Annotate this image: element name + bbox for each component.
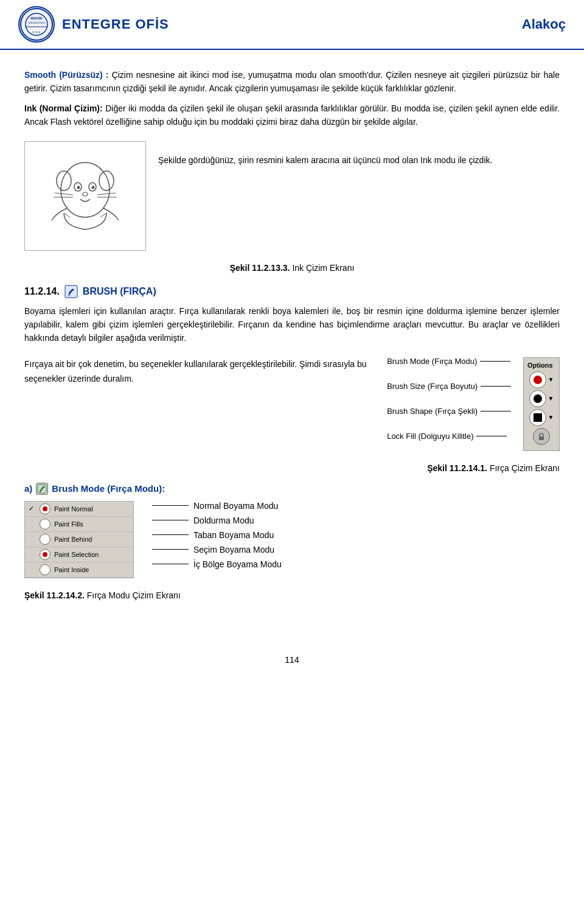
inside-line <box>152 564 189 564</box>
figure-area-1: Şekilde gördüğünüz, şirin resmini kalem … <box>24 141 560 251</box>
brush-shape-label-item: Brush Shape (Fırça Şekli) <box>387 407 511 415</box>
main-content: Smooth (Pürüzsüz) : Çizim nesnesine ait … <box>0 62 584 637</box>
header-left: MERSİN ÜNİVERSİTESİ ★ ★ ★ ENTEGRE OFİS <box>18 6 169 43</box>
brush-mode-label: Brush Mode (Fırça Modu) <box>387 357 477 365</box>
option-row-size[interactable]: ▼ <box>527 390 555 407</box>
section-number: 11.2.14. <box>24 286 60 297</box>
section-heading: 11.2.14. BRUSH (FIRÇA) <box>24 285 560 298</box>
fills-mode-text: Doldurma Modu <box>193 516 254 525</box>
brush-size-dropdown[interactable]: ▼ <box>548 395 554 402</box>
svg-rect-22 <box>539 436 544 440</box>
paint-label-fills: Doldurma Modu <box>152 516 282 525</box>
brush-size-label: Brush Size (Fırça Boyutu) <box>387 382 478 390</box>
paint-fills-circle <box>40 519 50 530</box>
sketch-caption: Şekilde gördüğünüz, şirin resmini kalem … <box>158 141 560 167</box>
behind-mode-text: Taban Boyama Modu <box>193 530 274 540</box>
brush-labels: Brush Mode (Fırça Modu) Brush Size (Fırç… <box>387 357 511 451</box>
svg-point-12 <box>92 186 95 189</box>
fig-label-1-text: Ink Çizim Ekranı <box>292 263 354 273</box>
svg-line-14 <box>55 193 73 195</box>
selection-mode-text: Seçim Boyama Modu <box>193 545 274 555</box>
option-btn-shape[interactable]: ▼ <box>529 409 554 426</box>
paint-behind-label: Paint Behind <box>54 536 92 543</box>
page-number: 114 <box>0 655 584 665</box>
brush-mode-dropdown[interactable]: ▼ <box>548 376 554 383</box>
paint-inside-row[interactable]: Paint Inside <box>25 562 133 578</box>
header-title: ENTEGRE OFİS <box>62 16 169 32</box>
svg-point-7 <box>57 171 71 191</box>
option-row-shape[interactable]: ▼ <box>527 409 555 426</box>
svg-point-11 <box>77 186 80 189</box>
smooth-paragraph: Smooth (Pürüzsüz) : Çizim nesnesine ait … <box>24 68 560 96</box>
fig-label-3: Şekil 11.2.14.2. Fırça Modu Çizim Ekranı <box>24 590 560 600</box>
fig-label-1-prefix: Şekil 11.2.13.3. <box>230 263 290 273</box>
paint-fills-row[interactable]: Paint Fills <box>25 517 133 532</box>
lock-fill-label-item: Lock Fill (Dolguyu Kilitle) <box>387 432 511 440</box>
ink-paragraph: Ink (Normal Çizim): Diğer iki modda da ç… <box>24 102 560 129</box>
brush-size-circle[interactable] <box>529 390 546 407</box>
brush-mode-heading-area: a) Brush Mode (Fırça Modu): <box>24 483 560 495</box>
brush-shape-dropdown[interactable]: ▼ <box>548 414 554 421</box>
brush-size-label-item: Brush Size (Fırça Boyutu) <box>387 382 511 390</box>
paint-inside-circle <box>40 564 50 575</box>
fig-label-1: Şekil 11.2.13.3. Ink Çizim Ekranı <box>24 263 560 273</box>
option-row-lock[interactable] <box>527 428 555 445</box>
svg-line-16 <box>97 193 116 195</box>
svg-point-13 <box>83 192 88 196</box>
paint-label-inside: İç Bölge Boyama Modu <box>152 559 282 569</box>
brush-mode-heading: Brush Mode (Fırça Modu): <box>52 483 165 494</box>
paint-label-normal: Normal Boyama Modu <box>152 501 282 511</box>
option-row-mode[interactable]: ▼ <box>527 371 555 388</box>
svg-point-21 <box>68 294 70 296</box>
paint-mode-panel: ✓ Paint Normal Paint Fills Paint Behind … <box>24 501 134 578</box>
brush-tool-icon <box>64 285 78 298</box>
paint-inside-label: Paint Inside <box>54 566 89 573</box>
svg-text:ÜNİVERSİTESİ: ÜNİVERSİTESİ <box>28 21 45 24</box>
paint-selection-row[interactable]: Paint Selection <box>25 547 133 562</box>
brush-shape-label: Brush Shape (Fırça Şekli) <box>387 407 478 415</box>
brush-mode-line <box>480 361 510 362</box>
ink-text: Diğer iki modda da çizilen şekil ile olu… <box>24 103 560 127</box>
brush-mode-small-icon <box>36 483 48 495</box>
paint-behind-circle <box>40 534 50 545</box>
ink-heading: Ink (Normal Çizim): <box>24 103 103 113</box>
smooth-heading: Smooth (Pürüzsüz) : <box>24 70 109 80</box>
fig-label-2-text: Fırça Çizim Ekranı <box>490 463 560 473</box>
fig-label-3-text: Fırça Modu Çizim Ekranı <box>87 590 181 600</box>
brush-options-area: Fırçaya ait bir çok denetim, bu seçenekl… <box>24 357 560 451</box>
inside-mode-text: İç Bölge Boyama Modu <box>193 559 282 569</box>
svg-point-6 <box>61 163 109 217</box>
sketch-box <box>24 141 146 251</box>
section-title: BRUSH (FIRÇA) <box>83 286 156 297</box>
brush-shape-line <box>481 411 511 411</box>
options-panel: Options ▼ ▼ <box>523 357 560 451</box>
normal-mode-text: Normal Boyama Modu <box>193 501 278 511</box>
header: MERSİN ÜNİVERSİTESİ ★ ★ ★ ENTEGRE OFİS A… <box>0 0 584 50</box>
fills-line <box>152 520 189 520</box>
brush-size-line <box>481 386 511 387</box>
lock-fill-label: Lock Fill (Dolguyu Kilitle) <box>387 432 473 440</box>
paint-mode-container: ✓ Paint Normal Paint Fills Paint Behind … <box>24 501 560 578</box>
header-right-text: Alakoç <box>522 16 566 32</box>
options-panel-title: Options <box>527 362 555 369</box>
paint-labels-right: Normal Boyama Modu Doldurma Modu Taban B… <box>152 501 282 574</box>
logo: MERSİN ÜNİVERSİTESİ ★ ★ ★ <box>18 6 55 43</box>
paint-behind-row[interactable]: Paint Behind <box>25 532 133 547</box>
brush-shape-circle[interactable] <box>529 409 546 426</box>
logo-icon: MERSİN ÜNİVERSİTESİ ★ ★ ★ <box>19 7 54 41</box>
svg-point-8 <box>99 171 114 191</box>
paint-normal-circle <box>40 503 50 514</box>
lock-fill-icon[interactable] <box>533 428 550 445</box>
paint-normal-label: Paint Normal <box>54 505 93 513</box>
paint-normal-row[interactable]: ✓ Paint Normal <box>25 502 133 517</box>
paint-selection-circle <box>40 549 50 560</box>
brush-left-text: Fırçaya ait bir çok denetim, bu seçenekl… <box>24 357 369 387</box>
option-btn-size[interactable]: ▼ <box>529 390 554 407</box>
fig-label-2: Şekil 11.2.14.1. Fırça Çizim Ekranı <box>24 463 560 473</box>
option-btn-mode[interactable]: ▼ <box>529 371 554 388</box>
brush-mode-circle[interactable] <box>529 371 546 388</box>
paint-normal-check: ✓ <box>29 505 36 513</box>
svg-text:MERSİN: MERSİN <box>30 16 43 20</box>
svg-point-24 <box>40 491 41 492</box>
paint-label-behind: Taban Boyama Modu <box>152 530 282 540</box>
